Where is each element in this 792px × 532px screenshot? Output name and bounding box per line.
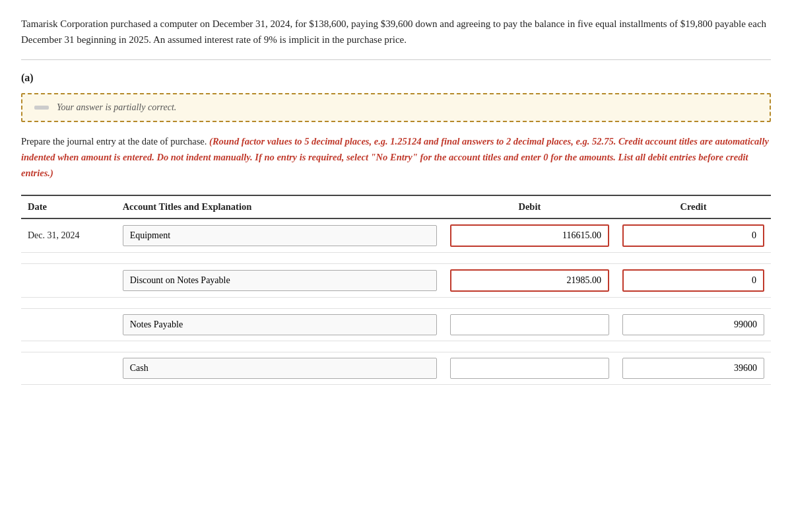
credit-input-3[interactable] bbox=[622, 314, 764, 335]
feedback-box: Your answer is partially correct. bbox=[21, 93, 771, 122]
journal-table: Date Account Titles and Explanation Debi… bbox=[21, 195, 771, 385]
credit-cell-1[interactable] bbox=[616, 218, 771, 253]
table-row: Dec. 31, 2024 bbox=[21, 218, 771, 253]
debit-input-4[interactable] bbox=[450, 358, 609, 379]
problem-text-content: Tamarisk Corporation purchased a compute… bbox=[21, 18, 766, 45]
table-row bbox=[21, 352, 771, 384]
debit-input-3[interactable] bbox=[450, 314, 609, 335]
instructions-normal: Prepare the journal entry at the date of… bbox=[21, 136, 209, 147]
account-cell-4[interactable] bbox=[116, 352, 444, 384]
instructions-block: Prepare the journal entry at the date of… bbox=[21, 134, 771, 182]
header-account: Account Titles and Explanation bbox=[116, 195, 444, 218]
spacer-row-3 bbox=[21, 341, 771, 352]
debit-cell-1[interactable] bbox=[444, 218, 616, 253]
debit-cell-4[interactable] bbox=[444, 352, 616, 384]
minus-icon bbox=[34, 106, 49, 110]
credit-input-1[interactable] bbox=[622, 224, 764, 247]
credit-cell-3[interactable] bbox=[616, 308, 771, 341]
account-cell-2[interactable] bbox=[116, 263, 444, 297]
account-input-1[interactable] bbox=[123, 225, 437, 246]
account-input-4[interactable] bbox=[123, 358, 437, 379]
table-row bbox=[21, 308, 771, 341]
date-cell-4 bbox=[21, 352, 116, 384]
date-cell-1: Dec. 31, 2024 bbox=[21, 218, 116, 253]
debit-cell-3[interactable] bbox=[444, 308, 616, 341]
date-cell-3 bbox=[21, 308, 116, 341]
spacer-row-2 bbox=[21, 297, 771, 308]
header-date: Date bbox=[21, 195, 116, 218]
account-input-3[interactable] bbox=[123, 314, 437, 335]
account-cell-1[interactable] bbox=[116, 218, 444, 253]
table-row bbox=[21, 263, 771, 297]
spacer-row-1 bbox=[21, 252, 771, 263]
date-cell-2 bbox=[21, 263, 116, 297]
header-credit: Credit bbox=[616, 195, 771, 218]
credit-cell-4[interactable] bbox=[616, 352, 771, 384]
credit-input-4[interactable] bbox=[622, 358, 764, 379]
debit-input-1[interactable] bbox=[450, 224, 609, 247]
credit-cell-2[interactable] bbox=[616, 263, 771, 297]
feedback-text: Your answer is partially correct. bbox=[57, 102, 176, 113]
debit-cell-2[interactable] bbox=[444, 263, 616, 297]
header-debit: Debit bbox=[444, 195, 616, 218]
problem-statement: Tamarisk Corporation purchased a compute… bbox=[21, 16, 771, 60]
debit-input-2[interactable] bbox=[450, 269, 609, 292]
credit-input-2[interactable] bbox=[622, 269, 764, 292]
account-cell-3[interactable] bbox=[116, 308, 444, 341]
section-label: (a) bbox=[21, 72, 771, 84]
account-input-2[interactable] bbox=[123, 270, 437, 291]
